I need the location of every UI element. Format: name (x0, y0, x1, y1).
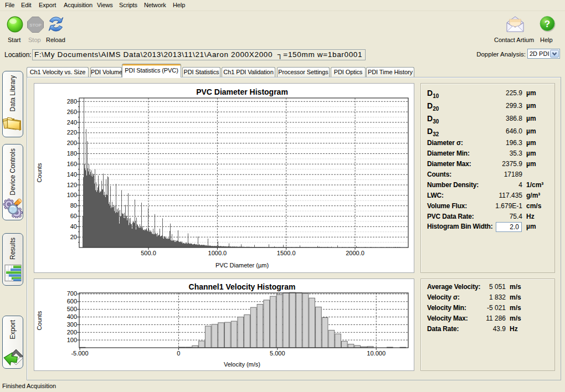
svg-text:280: 280 (67, 98, 77, 105)
svg-text:PVC Diameter Histogram: PVC Diameter Histogram (196, 87, 288, 96)
svg-text:180: 180 (67, 150, 77, 157)
svg-text:700: 700 (67, 290, 77, 297)
svg-text:0: 0 (177, 350, 180, 357)
svg-text:-5.000: -5.000 (71, 350, 88, 357)
svg-text:Counts: Counts (36, 163, 43, 182)
svg-text:?: ? (545, 19, 550, 29)
svg-text:STOP: STOP (29, 23, 42, 28)
svg-text:240: 240 (67, 119, 77, 126)
svg-text:Counts: Counts (36, 311, 43, 330)
svg-text:20: 20 (70, 234, 77, 240)
svg-text:PVC Diameter (µm): PVC Diameter (µm) (215, 262, 269, 269)
svg-text:10.000: 10.000 (367, 350, 386, 357)
svg-text:200: 200 (67, 140, 77, 146)
svg-text:160: 160 (67, 161, 77, 167)
svg-text:40: 40 (70, 223, 77, 230)
svg-text:260: 260 (67, 109, 77, 115)
svg-text:Channel1 Velocity Histogram: Channel1 Velocity Histogram (189, 282, 296, 291)
svg-text:500: 500 (67, 306, 77, 312)
svg-text:200: 200 (67, 329, 77, 336)
svg-text:5.000: 5.000 (270, 350, 285, 357)
svg-text:2000.0: 2000.0 (346, 250, 364, 256)
svg-text:300: 300 (67, 321, 77, 328)
svg-text:400: 400 (67, 313, 77, 320)
svg-text:600: 600 (67, 298, 77, 305)
svg-text:Velocity (m/s): Velocity (m/s) (224, 361, 260, 368)
svg-text:60: 60 (70, 213, 77, 219)
svg-text:120: 120 (67, 182, 77, 188)
svg-text:1500.0: 1500.0 (277, 250, 296, 256)
svg-text:1000.0: 1000.0 (208, 250, 227, 256)
svg-text:220: 220 (67, 129, 77, 136)
svg-text:80: 80 (70, 202, 77, 209)
svg-text:100: 100 (67, 337, 77, 343)
svg-text:140: 140 (67, 171, 77, 178)
svg-text:500.0: 500.0 (141, 250, 156, 256)
svg-text:100: 100 (67, 192, 77, 198)
